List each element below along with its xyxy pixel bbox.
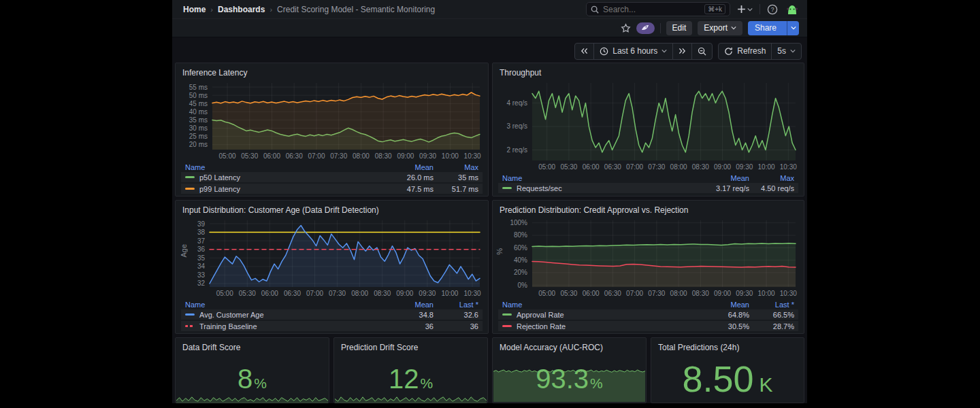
series-swatch: [185, 325, 195, 327]
svg-text:09:30: 09:30: [419, 152, 436, 160]
stat-value: 8%: [176, 358, 329, 398]
series-last: 66.5%: [749, 311, 794, 319]
time-range-picker[interactable]: Last 6 hours: [594, 44, 673, 59]
plus-icon: [737, 5, 746, 14]
help-icon: ?: [767, 4, 778, 15]
legend-series-toggle[interactable]: p99 Latency: [185, 185, 379, 193]
series-name: Avg. Customer Age: [199, 311, 264, 319]
y-axis-label-age: Age: [180, 244, 188, 258]
svg-text:35 ms: 35 ms: [189, 116, 208, 124]
search-box[interactable]: ⌘+k: [586, 2, 730, 16]
help-button[interactable]: ?: [767, 4, 778, 15]
legend-col-mean[interactable]: Mean: [379, 301, 434, 309]
legend-col-mean[interactable]: Mean: [695, 174, 749, 182]
legend-series-toggle[interactable]: Training Baseline: [185, 322, 379, 330]
grafana-app: Home › Dashboards › Credit Scoring Model…: [172, 0, 807, 403]
refresh-interval-picker[interactable]: 5s: [772, 44, 801, 59]
legend-header: Name Mean Last *: [181, 299, 483, 309]
time-range-label: Last 6 hours: [612, 46, 657, 56]
add-button[interactable]: [737, 5, 753, 14]
time-forward-button[interactable]: [673, 44, 692, 59]
legend-row-requests: Requests/sec 3.17 req/s 4.50 req/s: [498, 183, 798, 193]
series-swatch: [185, 188, 195, 190]
legend-col-max[interactable]: Max: [434, 163, 478, 171]
share-menu-button[interactable]: [787, 21, 799, 35]
panel-title[interactable]: Model Accuracy (AUC-ROC): [493, 338, 646, 354]
share-button-label: Share: [755, 23, 777, 33]
legend-col-mean[interactable]: Mean: [695, 301, 749, 309]
svg-text:39: 39: [197, 220, 206, 228]
legend-series-toggle[interactable]: p50 Latency: [185, 173, 379, 182]
legend-col-name[interactable]: Name: [502, 301, 695, 309]
svg-text:07:30: 07:30: [648, 163, 665, 171]
series-swatch: [502, 187, 512, 189]
svg-text:10:30: 10:30: [780, 163, 797, 171]
legend-series-toggle[interactable]: Avg. Customer Age: [185, 311, 379, 319]
svg-text:30 ms: 30 ms: [189, 124, 208, 132]
svg-text:3 req/s: 3 req/s: [506, 122, 527, 130]
panel-title[interactable]: Data Drift Score: [176, 338, 329, 354]
legend-col-name[interactable]: Name: [185, 301, 379, 309]
search-input[interactable]: [603, 5, 700, 14]
time-picker-group: Last 6 hours: [574, 43, 713, 60]
star-icon[interactable]: [621, 23, 631, 33]
panel-title[interactable]: Prediction Distribution: Credit Approval…: [493, 201, 804, 216]
latency-chart[interactable]: 05:0005:3006:0006:3007:0007:3008:0008:30…: [181, 80, 484, 160]
legend-col-name[interactable]: Name: [185, 163, 379, 171]
latency-legend: Name Mean Max p50 Latency 26.0 ms 35 ms …: [176, 162, 488, 194]
legend-series-toggle[interactable]: Rejection Rate: [502, 322, 695, 330]
svg-text:08:30: 08:30: [375, 152, 392, 160]
breadcrumb-separator: ›: [210, 5, 213, 14]
refresh-group: Refresh 5s: [718, 43, 802, 60]
svg-text:05:00: 05:00: [218, 152, 235, 160]
zoom-out-button[interactable]: [692, 44, 712, 59]
y-axis-label-percent: %: [495, 248, 504, 255]
breadcrumb-dashboards[interactable]: Dashboards: [218, 5, 265, 14]
panel-inference-latency: Inference Latency 05:0005:3006:0006:3007…: [175, 63, 489, 197]
legend-col-max[interactable]: Max: [749, 174, 794, 182]
edit-button[interactable]: Edit: [666, 21, 693, 35]
share-split-button: Share: [748, 21, 799, 35]
customer-age-chart[interactable]: 05:0005:3006:0006:3007:0007:3008:0008:30…: [189, 218, 484, 298]
refresh-button[interactable]: Refresh: [719, 44, 772, 59]
legend-header: Name Mean Max: [498, 173, 798, 183]
double-chevron-left-icon: [581, 48, 588, 54]
panel-title[interactable]: Input Distribution: Customer Age (Data D…: [176, 201, 488, 216]
ai-assistant-button[interactable]: [636, 22, 655, 34]
series-name: Requests/sec: [517, 184, 562, 192]
share-button[interactable]: Share: [748, 21, 783, 35]
legend-col-name[interactable]: Name: [502, 174, 695, 182]
legend-col-last[interactable]: Last *: [434, 301, 478, 309]
svg-text:06:00: 06:00: [261, 290, 278, 297]
breadcrumb-separator: ›: [270, 5, 272, 14]
panel-title[interactable]: Prediction Drift Score: [334, 338, 487, 354]
chevron-down-icon: [662, 49, 667, 53]
panel-title[interactable]: Throughput: [493, 63, 804, 79]
user-avatar[interactable]: [785, 2, 799, 16]
series-mean: 47.5 ms: [379, 185, 434, 193]
legend-header: Name Mean Last *: [498, 299, 798, 309]
legend-series-toggle[interactable]: Approval Rate: [502, 311, 695, 319]
legend-col-last[interactable]: Last *: [749, 301, 794, 309]
svg-text:09:00: 09:00: [714, 290, 731, 297]
panel-title[interactable]: Total Predictions (24h): [651, 338, 804, 354]
stat-number: 8: [238, 365, 252, 392]
svg-text:08:00: 08:00: [351, 290, 368, 297]
throughput-legend: Name Mean Max Requests/sec 3.17 req/s 4.…: [493, 173, 804, 193]
legend-col-mean[interactable]: Mean: [379, 163, 434, 171]
panel-title[interactable]: Inference Latency: [176, 63, 488, 79]
legend-row-p99: p99 Latency 47.5 ms 51.7 ms: [181, 184, 483, 194]
stat-value: 8.50K: [651, 358, 804, 398]
series-mean: 30.5%: [695, 322, 749, 330]
stat-unit: K: [760, 361, 773, 396]
legend-header: Name Mean Max: [181, 162, 483, 172]
time-back-button[interactable]: [575, 44, 594, 59]
prediction-chart[interactable]: 05:0005:3006:0006:3007:0007:3008:0008:30…: [506, 218, 800, 298]
legend-series-toggle[interactable]: Requests/sec: [502, 184, 695, 192]
breadcrumb-home[interactable]: Home: [183, 5, 206, 14]
throughput-chart[interactable]: 05:0005:3006:0006:3007:0007:3008:0008:30…: [498, 80, 800, 171]
zoom-out-icon: [698, 47, 706, 56]
svg-text:09:00: 09:00: [396, 290, 413, 297]
chevron-down-icon: [747, 7, 753, 12]
export-button[interactable]: Export: [698, 21, 742, 35]
